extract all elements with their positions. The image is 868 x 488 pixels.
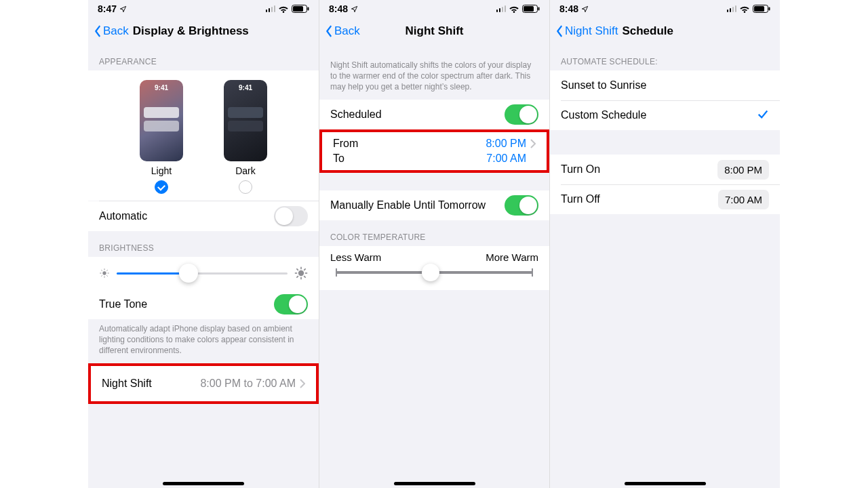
- manual-enable-row: Manually Enable Until Tomorrow: [319, 190, 549, 220]
- svg-rect-25: [754, 6, 764, 12]
- svg-line-20: [304, 268, 306, 270]
- nav-bar: Back Display & Brightness: [88, 18, 319, 45]
- svg-line-8: [101, 270, 102, 270]
- automatic-switch[interactable]: [274, 206, 308, 226]
- location-icon: [581, 5, 589, 13]
- appearance-light[interactable]: 9:41 Light: [140, 80, 183, 194]
- night-shift-label: Night Shift: [102, 378, 152, 390]
- color-temp-thumb[interactable]: [422, 264, 439, 281]
- status-time: 8:47: [98, 3, 117, 14]
- light-label: Light: [151, 165, 172, 176]
- status-time: 8:48: [559, 3, 578, 14]
- appearance-dark[interactable]: 9:41 Dark: [224, 80, 267, 194]
- check-icon: [757, 108, 769, 123]
- cellular-icon: [496, 5, 507, 12]
- turn-off-row[interactable]: Turn Off 7:00 AM: [550, 184, 780, 214]
- battery-icon: [753, 5, 770, 13]
- manual-enable-switch[interactable]: [505, 195, 538, 216]
- brightness-header: BRIGHTNESS: [88, 231, 319, 257]
- dark-preview: 9:41: [224, 80, 267, 161]
- from-value: 8:00 PM: [486, 138, 526, 150]
- status-bar: 8:47: [88, 0, 319, 18]
- svg-line-10: [101, 275, 102, 276]
- page-title: Schedule: [622, 24, 673, 38]
- turn-on-label: Turn On: [561, 163, 600, 176]
- svg-point-3: [102, 271, 106, 274]
- home-indicator[interactable]: [163, 482, 244, 485]
- svg-line-19: [296, 276, 298, 278]
- svg-point-12: [298, 270, 304, 276]
- back-button[interactable]: Back: [325, 24, 360, 38]
- svg-rect-1: [293, 6, 303, 12]
- automatic-row: Automatic: [88, 201, 319, 231]
- appearance-header: APPEARANCE: [88, 45, 319, 70]
- night-shift-row[interactable]: Night Shift 8:00 PM to 7:00 AM: [91, 366, 316, 401]
- less-warm-label: Less Warm: [330, 251, 381, 263]
- status-bar: 8:48: [550, 0, 780, 18]
- back-button[interactable]: Night Shift: [555, 24, 618, 38]
- dark-radio[interactable]: [239, 180, 252, 194]
- screen-night-shift: 8:48 Back Night Shift Night Shift automa…: [319, 0, 549, 488]
- true-tone-row: True Tone: [88, 289, 319, 319]
- automate-header: AUTOMATE SCHEDULE:: [550, 45, 780, 70]
- chevron-right-icon: [300, 379, 305, 388]
- from-to-highlight: From 8:00 PM To 7:00 AM: [319, 129, 549, 173]
- wifi-icon: [739, 5, 750, 13]
- color-temp-slider[interactable]: [336, 271, 533, 274]
- location-icon: [119, 5, 127, 13]
- right-margin: [780, 0, 868, 488]
- to-label: To: [333, 152, 344, 165]
- location-icon: [351, 5, 358, 13]
- scheduled-label: Scheduled: [330, 108, 382, 121]
- dark-label: Dark: [235, 165, 256, 176]
- svg-rect-26: [769, 7, 770, 11]
- back-label: Back: [334, 24, 360, 38]
- true-tone-note: Automatically adapt iPhone display based…: [88, 319, 319, 363]
- nav-bar: Back Night Shift: [319, 18, 549, 45]
- from-label: From: [333, 138, 358, 150]
- from-to-row[interactable]: From 8:00 PM To 7:00 AM: [322, 132, 547, 170]
- back-label: Back: [103, 24, 129, 38]
- cellular-icon: [266, 5, 276, 12]
- brightness-slider[interactable]: [117, 272, 288, 274]
- svg-rect-23: [538, 7, 540, 11]
- battery-icon: [292, 5, 309, 13]
- scheduled-row: Scheduled: [319, 100, 549, 129]
- brightness-thumb[interactable]: [179, 264, 198, 283]
- color-temp-header: COLOR TEMPERATURE: [319, 220, 549, 246]
- home-indicator[interactable]: [625, 482, 706, 485]
- cellular-icon: [727, 5, 737, 12]
- status-time: 8:48: [329, 3, 348, 14]
- appearance-previews: 9:41 Light 9:41 Dark: [88, 70, 319, 201]
- turn-on-row[interactable]: Turn On 8:00 PM: [550, 155, 780, 184]
- scheduled-switch[interactable]: [505, 104, 538, 125]
- left-margin: [0, 0, 88, 488]
- sun-max-icon: [294, 266, 308, 280]
- svg-line-9: [106, 275, 107, 276]
- nav-bar: Night Shift Schedule: [550, 18, 780, 45]
- manual-enable-label: Manually Enable Until Tomorrow: [330, 199, 486, 211]
- sunset-sunrise-row[interactable]: Sunset to Sunrise: [550, 70, 780, 100]
- night-shift-highlight: Night Shift 8:00 PM to 7:00 AM: [88, 363, 319, 404]
- svg-line-18: [304, 276, 306, 278]
- light-radio[interactable]: [155, 180, 168, 194]
- svg-rect-2: [308, 7, 309, 11]
- chevron-right-icon: [530, 139, 536, 148]
- color-temp-slider-row: [319, 268, 549, 290]
- sunset-label: Sunset to Sunrise: [561, 79, 646, 92]
- light-preview: 9:41: [140, 80, 183, 161]
- turn-off-label: Turn Off: [561, 193, 600, 205]
- true-tone-switch[interactable]: [274, 294, 308, 314]
- brightness-slider-row: [88, 257, 319, 289]
- svg-line-17: [296, 268, 298, 270]
- sun-min-icon: [99, 268, 110, 279]
- to-value: 7:00 AM: [486, 152, 526, 165]
- automatic-label: Automatic: [99, 210, 147, 222]
- turn-on-value[interactable]: 8:00 PM: [717, 160, 769, 180]
- turn-off-value[interactable]: 7:00 AM: [718, 190, 769, 209]
- custom-schedule-row[interactable]: Custom Schedule: [550, 100, 780, 130]
- home-indicator[interactable]: [394, 482, 475, 485]
- back-button[interactable]: Back: [94, 24, 129, 38]
- back-label: Night Shift: [565, 24, 618, 38]
- true-tone-label: True Tone: [99, 298, 147, 310]
